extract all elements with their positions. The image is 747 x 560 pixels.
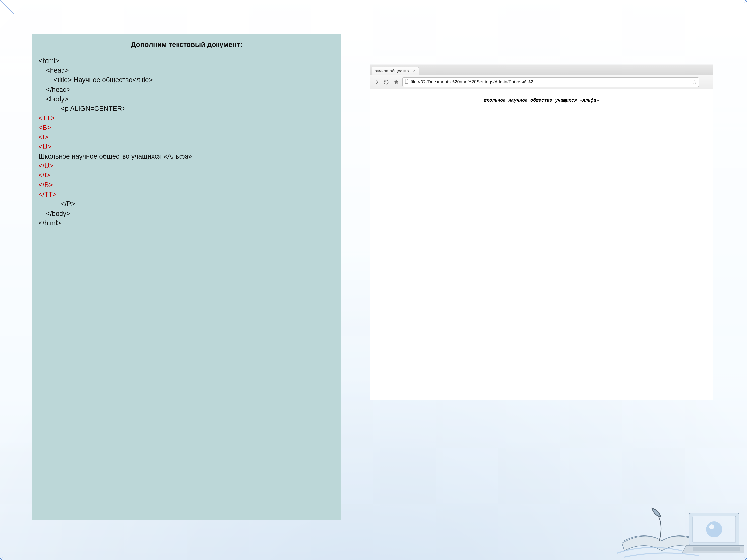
code-line: <p ALIGN=CENTER> xyxy=(38,104,335,113)
browser-tabstrip: аучное общество × xyxy=(370,65,713,75)
browser-viewport: Школьное научное общество учащихся «Альф… xyxy=(370,89,713,400)
browser-tab[interactable]: аучное общество × xyxy=(371,67,419,75)
home-icon[interactable] xyxy=(392,78,400,86)
code-line: <B> xyxy=(38,123,335,132)
code-panel: Дополним текстовый документ: <html> <hea… xyxy=(32,34,341,521)
code-line: </I> xyxy=(38,170,335,180)
code-line: <title> Научное общество</title> xyxy=(38,75,335,85)
code-line: </TT> xyxy=(38,190,335,199)
code-line: </U> xyxy=(38,161,335,170)
decorative-illustration xyxy=(615,496,744,558)
code-line: </P> xyxy=(38,199,335,209)
bookmark-star-icon[interactable]: ☆ xyxy=(693,79,697,85)
document-icon xyxy=(405,79,409,85)
code-line: <TT> xyxy=(38,113,335,123)
code-panel-title: Дополним текстовый документ: xyxy=(38,40,335,49)
rendered-heading: Школьное научное общество учащихся «Альф… xyxy=(484,98,599,103)
forward-icon[interactable] xyxy=(372,78,380,86)
svg-rect-4 xyxy=(693,547,740,551)
code-line: </B> xyxy=(38,180,335,190)
reload-icon[interactable] xyxy=(383,78,390,86)
browser-window: аучное общество × file:///C:/Documents%2… xyxy=(370,65,713,400)
code-line: <U> xyxy=(38,142,335,152)
slide-frame: Дополним текстовый документ: <html> <hea… xyxy=(0,0,747,560)
code-line: </html> xyxy=(38,218,335,228)
address-url: file:///C:/Documents%20and%20Settings/Ad… xyxy=(411,79,691,85)
code-line: <I> xyxy=(38,132,335,142)
browser-toolbar: file:///C:/Documents%20and%20Settings/Ad… xyxy=(370,75,713,89)
code-line: <html> xyxy=(38,56,335,66)
code-line: Школьное научное общество учащихся «Альф… xyxy=(38,152,335,161)
corner-decoration xyxy=(0,0,29,29)
close-icon[interactable]: × xyxy=(412,69,417,74)
code-listing: <html> <head> <title> Научное общество</… xyxy=(38,56,335,228)
code-line: <body> xyxy=(38,94,335,104)
code-line: </body> xyxy=(38,209,335,218)
menu-icon[interactable]: ≡ xyxy=(702,78,710,86)
tab-title: аучное общество xyxy=(375,69,410,74)
svg-point-2 xyxy=(706,522,722,537)
code-line: <head> xyxy=(38,66,335,75)
code-line: </head> xyxy=(38,85,335,94)
svg-rect-1 xyxy=(693,516,736,542)
svg-point-3 xyxy=(709,525,714,529)
svg-rect-0 xyxy=(689,513,739,545)
address-bar[interactable]: file:///C:/Documents%20and%20Settings/Ad… xyxy=(403,77,699,87)
